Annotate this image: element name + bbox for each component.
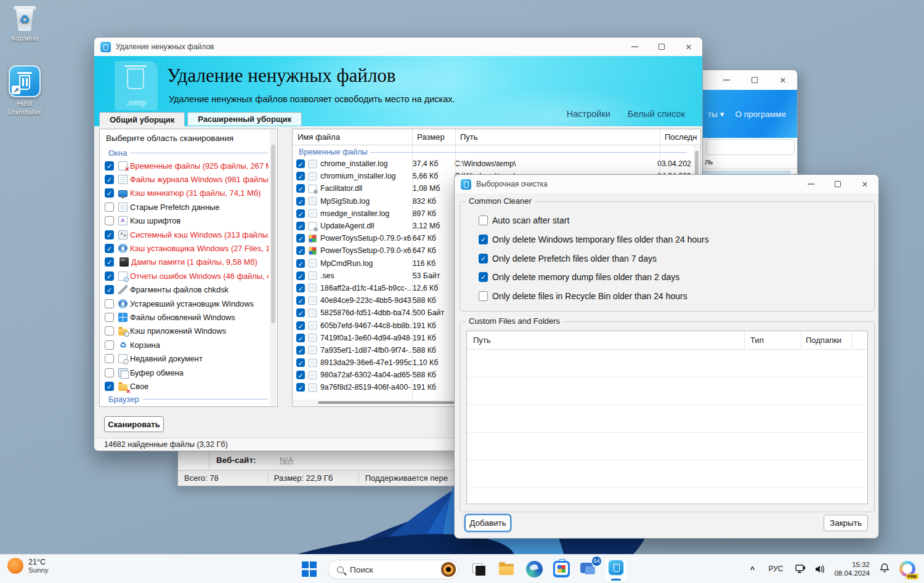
checkbox[interactable] (296, 222, 305, 230)
close-button[interactable]: ✕ (851, 175, 878, 193)
checkbox[interactable] (479, 215, 488, 225)
checkbox[interactable] (296, 358, 305, 367)
scan-area-item[interactable]: Файлы обновлений Windows (105, 310, 269, 324)
minimize-button[interactable] (712, 70, 740, 90)
weather-widget[interactable]: 21°C Sunny (7, 558, 49, 574)
clock-widget[interactable]: 15:32 08.04.2024 (834, 560, 870, 578)
checkbox[interactable] (105, 203, 114, 212)
checkbox[interactable] (479, 272, 488, 282)
scan-button[interactable]: Сканировать (104, 416, 164, 432)
checkbox[interactable] (296, 234, 305, 243)
language-indicator[interactable]: РУС (768, 565, 783, 573)
checkbox[interactable] (296, 259, 305, 268)
checkbox[interactable] (105, 326, 114, 336)
checkbox[interactable] (479, 291, 488, 301)
checkbox[interactable] (105, 299, 114, 308)
checkbox[interactable] (296, 184, 305, 193)
website-link[interactable]: N/A (280, 456, 294, 465)
custom-files-table[interactable]: Путь Тип Подпапки (466, 331, 868, 504)
task-view-button[interactable] (471, 560, 489, 579)
tab-common-cleaner[interactable]: Общий уборщик (99, 112, 185, 126)
close-dialog-button[interactable]: Закрыть (824, 515, 868, 531)
column-path[interactable]: Путь (473, 336, 491, 345)
table-row[interactable]: chrome_installer.log 37,4 Кб C:\Windows\… (293, 158, 700, 170)
menu-item-tools[interactable]: ты ▾ (708, 109, 724, 119)
checkbox[interactable] (296, 346, 305, 355)
file-explorer-button[interactable] (498, 560, 516, 579)
scan-area-item[interactable]: Корзина (105, 338, 269, 352)
microsoft-store-button[interactable] (553, 561, 570, 577)
checkbox[interactable] (105, 216, 114, 225)
checkbox[interactable] (105, 285, 114, 294)
checkbox[interactable] (105, 230, 114, 239)
edge-browser-button[interactable] (526, 561, 543, 577)
settings-link[interactable]: Настройки (567, 109, 610, 119)
scan-area-item[interactable]: Системный кэш Windows (313 файлы, 17... (105, 228, 269, 241)
checkbox[interactable] (105, 313, 114, 322)
hibit-search-input[interactable] (706, 139, 795, 155)
network-icon[interactable] (795, 565, 806, 574)
chat-button[interactable]: 54 (580, 560, 598, 579)
scan-area-item[interactable]: Дампы памяти (1 файлы, 9,58 Мб) (105, 255, 269, 269)
checkbox[interactable] (105, 340, 114, 350)
scan-area-item[interactable]: Буфер обмена (105, 366, 269, 379)
desktop-icon-recycle-bin[interactable]: ♻ Корзина (1, 5, 48, 42)
scan-area-item[interactable]: Кэш миниатюр (31 файлы, 74,1 Мб) (105, 187, 269, 200)
scan-area-item[interactable]: Файлы журнала Windows (981 файлы, 93... (105, 172, 269, 186)
scan-area-item[interactable]: Недавний документ (105, 352, 269, 365)
scrollbar-thumb[interactable] (271, 145, 275, 323)
column-size[interactable]: Размер (417, 132, 445, 142)
scan-area-item[interactable]: Фрагменты файлов chkdsk (105, 283, 269, 297)
checkbox[interactable] (105, 354, 114, 363)
copilot-button[interactable]: PRE (899, 561, 915, 577)
whitelist-link[interactable]: Белый список (628, 109, 685, 119)
checkbox[interactable] (296, 308, 305, 317)
checkbox[interactable] (105, 175, 114, 184)
hibit-uninstaller-taskbar-button[interactable] (604, 557, 628, 582)
checkbox[interactable] (105, 161, 114, 171)
checkbox[interactable] (105, 257, 114, 267)
checkbox[interactable] (296, 209, 305, 218)
option-memory-dump-2d[interactable]: Only delete memory dump files older than… (479, 272, 679, 282)
checkbox[interactable] (296, 159, 305, 168)
checkbox[interactable] (105, 188, 114, 198)
taskbar-search[interactable]: Поиск (328, 560, 459, 579)
option-prefetch-7d[interactable]: Only delete Prefetch files older than 7 … (479, 254, 657, 263)
checkbox[interactable] (296, 246, 305, 255)
maximize-button[interactable] (824, 175, 851, 193)
checkbox[interactable] (296, 371, 305, 379)
checkbox[interactable] (296, 383, 305, 392)
minimize-button[interactable] (797, 175, 824, 193)
menu-item-about[interactable]: О программе (735, 110, 786, 119)
start-button[interactable] (302, 561, 317, 577)
hibit-program-list[interactable]: ль (703, 155, 797, 175)
tray-overflow-chevron[interactable]: ^ (750, 565, 755, 574)
checkbox[interactable] (296, 321, 305, 330)
column-subfolders[interactable]: Подпапки (806, 336, 841, 345)
desktop-icon-hibit-uninstaller[interactable]: ↗ HiBit Uninstaller (1, 65, 48, 117)
checkbox[interactable] (105, 244, 114, 253)
checkbox[interactable] (296, 197, 305, 206)
checkbox[interactable] (479, 235, 488, 244)
notifications-bell-icon[interactable] (880, 563, 890, 576)
close-button[interactable]: ✕ (769, 70, 797, 90)
scan-area-item[interactable]: Отчеты ошибок Windows (46 файлы, 470 ... (105, 269, 269, 283)
option-auto-scan[interactable]: Auto scan after start (479, 215, 569, 225)
scan-area-item[interactable]: Кэш шрифтов (105, 214, 269, 228)
scan-area-item[interactable]: Устаревший установщик Windows (105, 297, 269, 310)
scan-panel-scrollbar[interactable] (270, 130, 277, 406)
scan-area-item[interactable]: Кэш установщика Windows (27 Files, 15,4 … (105, 241, 269, 255)
maximize-button[interactable] (648, 38, 675, 56)
scan-area-item[interactable]: Свое (105, 379, 269, 393)
volume-icon[interactable] (814, 565, 825, 574)
checkbox[interactable] (296, 296, 305, 305)
checkbox[interactable] (479, 254, 488, 263)
column-name[interactable]: Имя файла (298, 132, 340, 142)
checkbox[interactable] (296, 172, 305, 180)
search-daily-image[interactable] (441, 562, 456, 577)
checkbox[interactable] (296, 271, 305, 280)
checkbox[interactable] (296, 334, 305, 342)
tab-advanced-cleaner[interactable]: Расширенный уборщик (187, 112, 302, 126)
checkbox[interactable] (105, 368, 114, 377)
checkbox[interactable] (105, 271, 114, 281)
